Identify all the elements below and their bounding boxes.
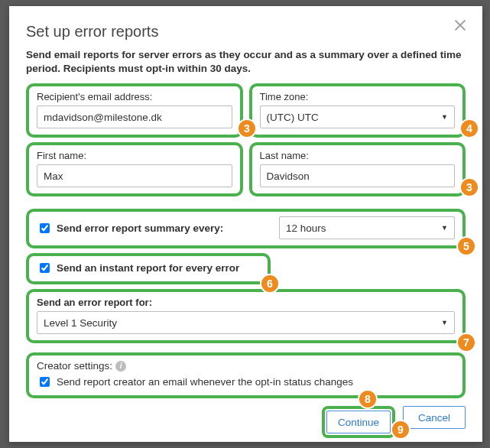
timezone-label: Time zone: (260, 91, 456, 102)
info-icon: i (115, 361, 126, 372)
email-input[interactable] (37, 106, 232, 128)
cancel-button[interactable]: Cancel (403, 406, 466, 429)
email-label: Recipient's email address: (37, 91, 232, 102)
instant-label: Send an instant report for every error (57, 262, 239, 274)
continue-highlight: Continue (322, 406, 395, 438)
timezone-group: Time zone: (UTC) UTC ▼ (249, 83, 466, 138)
chevron-down-icon: ▼ (441, 319, 448, 326)
annotation-badge: 5 (456, 236, 476, 256)
modal-title: Set up error reports (26, 23, 466, 41)
lastname-input[interactable] (260, 164, 456, 187)
close-icon[interactable] (452, 17, 469, 34)
summary-checkbox[interactable] (40, 223, 50, 233)
email-group: Recipient's email address: (26, 83, 243, 138)
firstname-label: First name: (37, 150, 232, 161)
lastname-group: Last name: (249, 142, 466, 196)
continue-button[interactable]: Continue (326, 411, 391, 433)
summary-interval-value: 12 hours (286, 222, 326, 234)
lastname-label: Last name: (260, 150, 456, 161)
instant-group: Send an instant report for every error 6 (26, 253, 271, 284)
chevron-down-icon: ▼ (441, 113, 448, 121)
summary-label: Send error report summary every: (57, 222, 223, 234)
report-for-group: Send an error report for: Level 1 Securi… (26, 289, 466, 343)
report-for-value: Level 1 Security (44, 317, 117, 329)
chevron-down-icon: ▼ (441, 224, 448, 232)
row-email-tz: Recipient's email address: Time zone: (U… (26, 83, 466, 138)
creator-settings-label: Creator settings: i (37, 360, 455, 372)
creator-group: Creator settings: i Send report creator … (26, 352, 466, 398)
instant-checkbox[interactable] (40, 263, 50, 273)
timezone-select[interactable]: (UTC) UTC ▼ (260, 106, 456, 128)
firstname-group: First name: (26, 142, 243, 196)
summary-group: Send error report summary every: 12 hour… (26, 209, 466, 248)
row-name: First name: Last name: 3 (26, 142, 466, 196)
creator-cb-label: Send report creator an email whenever th… (57, 376, 353, 388)
error-reports-modal: Set up error reports Send email reports … (9, 6, 482, 442)
button-row: Continue Cancel 9 (26, 406, 466, 438)
report-for-select[interactable]: Level 1 Security ▼ (37, 311, 455, 334)
summary-interval-select[interactable]: 12 hours ▼ (279, 216, 455, 239)
modal-subtitle: Send email reports for server errors as … (26, 48, 466, 76)
creator-checkbox[interactable] (40, 377, 50, 387)
firstname-input[interactable] (37, 164, 232, 187)
timezone-value: (UTC) UTC (267, 112, 319, 123)
report-for-label: Send an error report for: (37, 297, 455, 308)
